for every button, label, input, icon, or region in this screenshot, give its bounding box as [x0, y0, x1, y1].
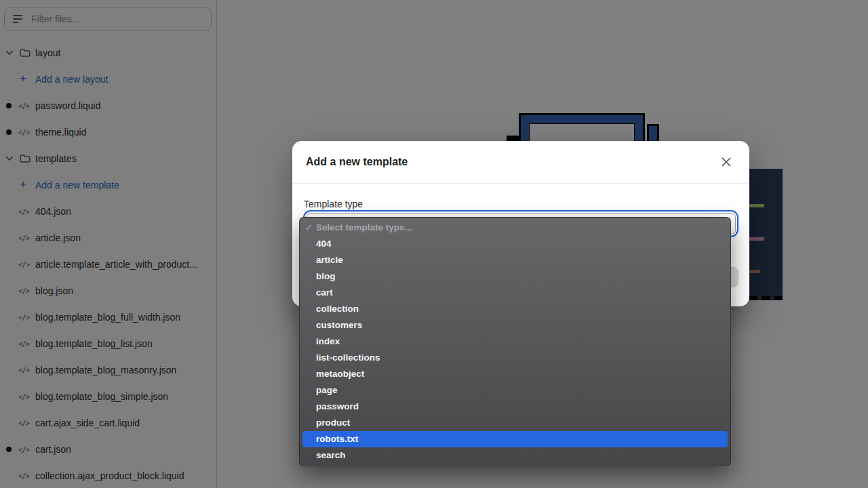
dropdown-option-cart[interactable]: cart — [302, 285, 728, 301]
close-icon — [722, 157, 731, 167]
dropdown-option-404[interactable]: 404 — [302, 236, 728, 252]
check-icon: ✓ — [305, 220, 313, 236]
dropdown-option-metaobject[interactable]: metaobject — [302, 366, 728, 382]
dropdown-option-page[interactable]: page — [302, 382, 728, 399]
dropdown-option-password[interactable]: password — [302, 399, 728, 415]
app-root: layout+Add a new layout</>password.liqui… — [0, 0, 868, 488]
dropdown-option-collection[interactable]: collection — [302, 301, 728, 317]
dropdown-option-article[interactable]: article — [302, 252, 728, 268]
modal-header: Add a new template — [292, 141, 749, 184]
dropdown-option-search[interactable]: search — [302, 447, 728, 464]
close-button[interactable] — [717, 152, 736, 171]
dropdown-option-placeholder[interactable]: ✓Select template type... — [302, 220, 728, 236]
template-type-dropdown: ✓Select template type...404articleblogca… — [299, 217, 731, 466]
dropdown-option-customers[interactable]: customers — [302, 317, 728, 333]
dropdown-option-list-collections[interactable]: list-collections — [302, 350, 728, 366]
dropdown-option-blog[interactable]: blog — [302, 268, 728, 285]
dropdown-option-index[interactable]: index — [302, 333, 728, 350]
dropdown-option-robots.txt[interactable]: robots.txt — [302, 431, 728, 447]
dropdown-option-product[interactable]: product — [302, 415, 728, 431]
template-type-label: Template type — [304, 199, 363, 209]
modal-title: Add a new template — [306, 156, 408, 168]
